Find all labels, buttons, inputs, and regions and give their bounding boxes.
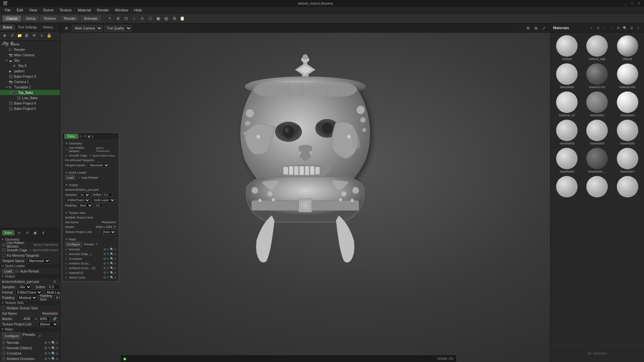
tree-item-lowbake[interactable]: ⬛ Low_Bake [0,95,60,101]
map-settings-icon[interactable]: ⚙ [44,341,47,345]
overlay-curv-icon1[interactable]: ⚙ [103,257,106,260]
scene-lock-icon[interactable]: 🔒 [46,32,52,39]
overlay-padding-size-input[interactable] [95,203,103,207]
overlay-vc-icon1[interactable]: ⚙ [103,276,106,279]
tree-item-camera1[interactable]: 📷 Camera 1 [0,79,60,84]
map-normals-obj-checkbox[interactable]: ✓ [2,346,5,350]
mat-up-btn[interactable]: ↑ [602,25,608,31]
use-hidden-meshes-checkbox[interactable]: ✓ [2,243,5,246]
format-select[interactable]: 8 Bits/Channel [15,290,42,295]
tab-setup[interactable]: Setup [22,15,39,21]
map-search-icon4[interactable]: 🔍 [51,357,55,361]
output-file-icon[interactable]: ⊡ [51,278,58,285]
menu-help[interactable]: Help [131,7,145,13]
cursor-icon[interactable]: ↖ [107,15,113,22]
overlay-map-matid-chk[interactable]: ✓ [65,271,68,275]
mat-item-mat18[interactable]: Material_18 [552,91,581,118]
mat-item-newmat06[interactable]: NewMat06 [552,147,581,174]
overlay-nobj-icon4[interactable]: ≡ [114,252,116,256]
map-settings-icon2[interactable]: ⚙ [44,346,47,350]
auto-reload-checkbox[interactable]: ✓ [15,269,19,273]
menu-scene[interactable]: Scene [40,7,56,13]
overlay-map-ao-chk[interactable]: ✓ [65,262,68,265]
overlay-map-curv-chk[interactable]: ✓ [65,257,68,260]
overlay-vc-icon3[interactable]: 🔍 [110,276,114,279]
tree-item-camera[interactable]: 📷 Main Camera [0,52,60,58]
mat-add-btn[interactable]: + [588,25,594,31]
fix-mirrored-checkbox[interactable] [2,254,5,257]
tool-icon-7[interactable]: ▤ [163,15,170,22]
menu-edit[interactable]: Edit [14,7,26,13]
overlay-curv-icon4[interactable]: ≡ [114,257,116,260]
mat-list-btn[interactable]: ≡ [635,25,641,31]
map-settings-icon3[interactable]: ⚙ [44,352,47,355]
tool-icon-5[interactable]: ⬡ [147,15,154,22]
map-more-icon4[interactable]: ≡ [56,357,58,361]
map-more-icon3[interactable]: ≡ [56,352,58,355]
overlay-ao2-icon4[interactable]: ≡ [114,266,116,270]
scene-refresh-icon[interactable]: ↺ [9,32,15,39]
overlay-smooth-chk[interactable]: ✓ [65,154,68,157]
overlay-ao2-icon1[interactable]: ⚙ [103,266,106,270]
overlay-samples-select[interactable]: 1x [78,192,90,197]
menu-texture[interactable]: Texture [57,7,74,13]
load-button[interactable]: Load [2,269,14,274]
map-edit-icon2[interactable]: ✎ [48,346,51,350]
overlay-texture-sets-header[interactable]: ▼ Texture Sets [64,210,117,215]
tree-item-bake3[interactable]: ⬛ Bake Project 3 [0,74,60,79]
tool-icon-6[interactable]: ▣ [155,15,162,22]
tool-icon-2[interactable]: ⊡ [123,15,129,22]
menu-window[interactable]: Window [112,7,131,13]
overlay-ao2-icon2[interactable]: ✎ [107,266,109,270]
map-more-icon2[interactable]: ≡ [56,346,58,350]
tree-item-turntable[interactable]: ▼ ↻ Turntable 1 [0,84,60,90]
output-section-header[interactable]: ▼ Output [0,274,60,279]
scene-add-icon[interactable]: ⊕ [1,32,8,39]
overlay-multilayer-select[interactable]: Multi-Layer PSD [92,198,115,202]
vp-layout-icon[interactable]: ⊞ [533,25,539,32]
map-edit-icon4[interactable]: ✎ [48,357,51,361]
minimize-button[interactable]: _ [623,1,628,6]
overlay-use-hidden-chk[interactable]: ✓ [65,148,68,151]
soften-input[interactable] [48,285,60,290]
quick-loader-header[interactable]: ▼ Quick Loader [0,263,60,268]
overlay-maps-header[interactable]: ▼ Maps [64,237,117,242]
mat-item-newmat03[interactable]: NewMat03 [552,119,581,146]
menu-render[interactable]: Render [94,7,112,13]
bake-icon-3[interactable]: ▣ [32,229,39,236]
vp-icon-1[interactable]: ⊕ [63,25,70,32]
tangent-space-select[interactable]: Marmoset [27,258,50,264]
overlay-ao2-icon3[interactable]: 🔍 [110,266,114,270]
viewport-3d[interactable] [60,33,550,362]
vp-expand-icon[interactable]: ⤢ [541,25,547,32]
scene-delete-icon[interactable]: 🗑 [23,32,30,39]
overlay-map-vertcol-chk[interactable]: ✓ [65,276,68,279]
mat-item-partial-a[interactable] [552,175,581,199]
map-ao-checkbox[interactable]: ✓ [2,357,5,360]
scene-eye-icon[interactable]: 👁 [31,32,38,39]
scene-folder-icon[interactable]: 📁 [16,32,23,39]
tool-icon-1[interactable]: ⊕ [115,15,121,22]
overlay-padding-select[interactable]: Mod... [78,203,93,208]
overlay-map-normals-chk[interactable]: ✓ [65,248,68,251]
overlay-matid-icon2[interactable]: ✎ [107,271,109,275]
mat-item-mat52[interactable]: Material #52 [583,63,611,89]
presets-icon[interactable]: ≡ [37,333,43,339]
overlay-format-select[interactable]: 8 Bits/Channel [65,198,90,202]
tool-icon-3[interactable]: ○ [131,15,138,22]
tree-item-sky[interactable]: ▼ ☁ Sky [0,58,60,63]
multiple-texture-sets-checkbox[interactable] [2,306,5,310]
overlay-tangent-select[interactable]: Marmoset [88,163,109,168]
tool-icon-9[interactable]: 📋 [179,15,186,22]
map-curvature-checkbox[interactable]: ✓ [2,352,5,355]
tab-tool-settings[interactable]: Tool Settings [15,24,40,30]
tree-item-render[interactable]: ⬡ Render [0,47,60,52]
tool-icon-8[interactable]: ⊞ [171,15,178,22]
tree-item-sky0[interactable]: ☀ Sky 0 [0,63,60,68]
map-normals-checkbox[interactable]: ✓ [2,341,5,344]
mat-item-newmat05[interactable]: NewMat05 [613,119,642,146]
mat-item-newmat04[interactable]: NewMat04 [583,119,611,146]
tab-texture[interactable]: Texture [40,15,59,21]
mat-grid-btn[interactable]: ⊞ [629,25,635,31]
tree-item-bake5[interactable]: ⬛ Bake Project 5 [0,106,60,111]
